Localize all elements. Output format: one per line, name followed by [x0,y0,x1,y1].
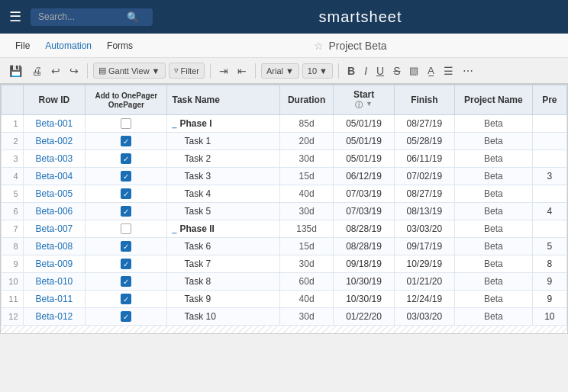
project-name-cell: Beta [455,150,533,168]
menu-forms[interactable]: Forms [101,37,139,54]
table-row: 3Beta-003✓Task 230d05/01/1906/11/19Beta [2,150,567,168]
table-row: 7Beta-007⎯Phase II135d08/28/1903/03/20Be… [2,220,567,238]
checkbox[interactable]: ✓ [121,206,131,217]
save-icon[interactable]: 💾 [6,63,25,79]
checkbox-cell[interactable] [86,115,167,133]
task-name-cell: Task 8 [167,273,279,291]
italic-button[interactable]: I [361,63,370,79]
phase-collapse-icon[interactable]: ⎯ [172,119,177,128]
table-row: 5Beta-005✓Task 440d07/03/1908/27/19Beta [2,185,567,203]
project-name-cell: Beta [455,168,533,185]
checkbox[interactable]: ✓ [121,311,131,322]
search-input[interactable] [38,11,122,22]
project-name-cell: Beta [455,238,533,255]
menu-automation[interactable]: Automation [39,37,98,54]
task-name-cell: Task 5 [167,203,279,220]
fill-color-button[interactable]: ▧ [406,63,421,78]
checkbox[interactable]: ✓ [121,241,131,252]
menu-bar: File Automation Forms ☆ Project Beta [0,34,568,58]
checkbox[interactable]: ✓ [121,136,131,146]
project-name-cell: Beta [455,273,533,291]
menu-file[interactable]: File [9,37,36,54]
phase-collapse-icon[interactable]: ⎯ [172,224,177,233]
table-row: 12Beta-012✓Task 1030d01/22/2003/03/20Bet… [2,308,567,326]
row-number: 10 [2,273,24,291]
duration-cell: 15d [279,168,334,185]
start-cell: 08/28/19 [334,220,394,238]
checkbox[interactable] [121,118,131,129]
strikethrough-button[interactable]: S [390,63,403,79]
print-icon[interactable]: 🖨 [28,63,45,79]
more-button[interactable]: ⋯ [460,63,476,79]
start-cell: 07/03/19 [334,203,394,220]
checkbox-cell[interactable]: ✓ [86,255,167,273]
checkbox-cell[interactable]: ✓ [86,185,167,203]
row-number: 11 [2,291,24,308]
start-cell: 10/30/19 [334,291,394,308]
task-name-cell: Task 9 [167,291,279,308]
row-number: 2 [2,133,24,150]
phase-label: Phase II [179,223,214,234]
bold-button[interactable]: B [344,63,358,79]
align-button[interactable]: ☰ [441,63,457,79]
pre-cell: 9 [532,273,566,291]
checkbox-cell[interactable]: ✓ [86,133,167,150]
redo-icon[interactable]: ↪ [66,63,82,79]
underline-button[interactable]: U [373,63,387,79]
pre-cell: 5 [532,238,566,255]
row-number: 9 [2,255,24,273]
checkbox-cell[interactable]: ✓ [86,291,167,308]
outdent-icon[interactable]: ⇤ [234,63,250,79]
table-row: 8Beta-008✓Task 615d08/28/1909/17/19Beta5 [2,238,567,255]
pre-cell: 4 [532,203,566,220]
table-row: 6Beta-006✓Task 530d07/03/1908/13/19Beta4 [2,203,567,220]
checkbox-cell[interactable]: ✓ [86,168,167,185]
pre-cell [532,150,566,168]
task-name-cell: Task 1 [167,133,279,150]
start-dropdown-icon[interactable]: ▼ [366,100,373,111]
checkbox-cell[interactable]: ✓ [86,238,167,255]
sep1 [87,63,88,79]
checkbox[interactable]: ✓ [121,276,131,287]
font-select[interactable]: Arial ▼ [261,63,299,79]
torn-bottom-effect [1,326,567,333]
checkbox-cell[interactable]: ✓ [86,273,167,291]
checkbox-cell[interactable] [86,220,167,238]
start-info-icon[interactable]: ⓘ [355,100,363,111]
indent-icon[interactable]: ⇥ [216,63,231,79]
finish-cell: 05/28/19 [394,133,454,150]
row-id-cell: Beta-008 [23,238,86,255]
checkbox-cell[interactable]: ✓ [86,203,167,220]
finish-cell: 08/27/19 [394,115,454,133]
checkbox[interactable]: ✓ [121,188,131,199]
project-name-cell: Beta [455,220,533,238]
checkbox[interactable]: ✓ [121,153,131,164]
filter-button[interactable]: ▿ Filter [169,63,205,79]
star-icon[interactable]: ☆ [314,40,324,52]
checkbox-cell[interactable]: ✓ [86,150,167,168]
gantt-view-button[interactable]: ▤ Gantt View ▼ [93,63,166,79]
checkbox[interactable]: ✓ [121,171,131,182]
search-box: 🔍 [31,8,153,26]
font-size-select[interactable]: 10 ▼ [302,63,333,79]
start-cell: 08/28/19 [334,238,394,255]
top-bar: ☰ 🔍 smartsheet [0,0,568,34]
task-name-cell: Task 3 [167,168,279,185]
col-header-projectname: Project Name [455,85,533,115]
table-row: 9Beta-009✓Task 730d09/18/1910/29/19Beta8 [2,255,567,273]
hamburger-icon[interactable]: ☰ [9,8,21,25]
text-color-button[interactable]: A̲ [424,63,437,78]
checkbox[interactable]: ✓ [121,294,131,304]
checkbox[interactable]: ✓ [121,259,131,269]
pre-cell [532,220,566,238]
phase-label: Phase I [179,118,211,129]
undo-icon[interactable]: ↩ [48,63,63,79]
start-cell: 07/03/19 [334,185,394,203]
checkbox-cell[interactable]: ✓ [86,308,167,326]
project-name-cell: Beta [455,255,533,273]
duration-cell: 60d [279,273,334,291]
checkbox[interactable] [121,223,131,234]
table-row: 10Beta-010✓Task 860d10/30/1901/21/20Beta… [2,273,567,291]
col-header-rowid: Row ID [23,85,86,115]
row-id-cell: Beta-003 [23,150,86,168]
